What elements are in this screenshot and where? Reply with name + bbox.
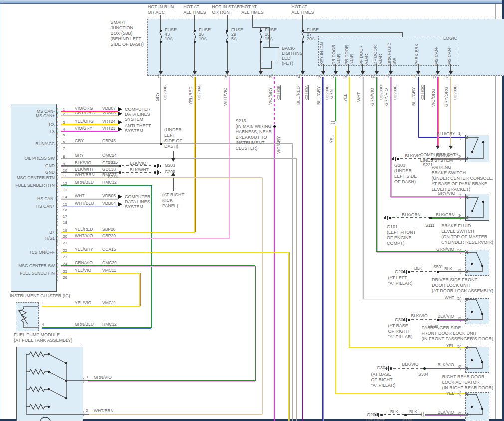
connector-pin: ) [57,140,59,146]
label: 3 [86,375,88,380]
wire-wht_brn [262,178,263,414]
label: 20 [63,234,67,239]
switch-symbol [465,250,489,276]
label: HS CAN- [37,196,55,201]
label: 6 [458,411,460,416]
label: YEL [446,343,454,348]
label: GRY/ORG [75,110,95,115]
wire-blk_vio [411,319,438,320]
label: HOT IN RUN OR ACC [148,4,174,15]
label: 6 [458,316,460,321]
label: G101 (LEFT FRONT OF ENGINE COMPT) [387,224,416,246]
label: C2280B [163,85,168,100]
ground-bar [160,172,161,173]
label: GRN [329,89,334,99]
wire-gry [296,158,297,421]
wire-wht [362,77,364,300]
label: C2280B [276,85,281,100]
wire-yel_gry [61,252,289,253]
wire-gry [160,77,161,144]
splice-dot [437,271,439,273]
label: VIO/ORG [431,89,436,107]
connector-pin: ) [57,162,59,168]
ground-bar [158,171,159,174]
ground-g204 [408,271,410,273]
label: (AT LEFT [366,418,385,421]
label: 2 [458,154,460,159]
ic-title: INSTRUMENT CLUSTER (IC) [10,293,70,299]
label: 3 [63,120,65,125]
label: 25 [63,269,67,274]
label: CBP29 [102,233,116,238]
ground-g200 [154,171,156,174]
arrow-icon [118,127,122,131]
label: RMC32 [102,180,117,185]
label: PR DOOR AJAR [344,45,355,65]
label: FUEL SENDER RTN [15,183,55,188]
connector-pin: ) [57,147,59,152]
label: GND [45,163,55,168]
wire-yel [335,126,336,394]
splice-dot [404,414,407,416]
label: 2 [86,408,88,413]
wire-yel_org [61,124,118,125]
label: BLK/VIO [411,313,427,318]
label: 5 [191,75,193,80]
wire-ln [362,64,363,72]
passenger-door-lock-label: PASSENGER SIDE FRONT DOOR LOCK UNIT (IN … [422,325,493,342]
label: BLK/VIO [437,314,454,319]
wire-wht [61,198,118,200]
splice-dot [119,171,121,174]
label: YEL/RED [75,227,93,232]
label: GD138 [102,167,116,172]
window-left-border [0,0,0,421]
label: FUSE 26 10A [199,28,211,41]
switch-symbol [465,298,489,324]
label: C2280E [393,85,398,100]
label: YEL/VIO [75,268,91,273]
label: 7 [63,146,65,151]
label: 35 [316,75,321,80]
wire-blu_gry [322,77,324,421]
connector-pin: ) [57,249,59,254]
arrow-icon [118,195,122,199]
label: BLK/VIO [437,362,454,367]
label: C2280A [304,85,309,100]
label: MS CAN- [434,47,439,65]
label: VRT23 [102,126,115,131]
wire-ln [160,42,161,72]
label: CMC24 [102,153,117,158]
label: GRY [75,138,84,143]
label: CBP43 [102,138,116,143]
wire-grn_vio [61,265,255,267]
label: 1 [458,213,460,218]
connector-pin: ( [459,344,461,350]
wire-grn_blu [151,185,152,328]
ground-bar [160,165,161,167]
label: CCA15 [102,247,116,252]
wire-blu_red [302,77,303,421]
wire-yel_gry [288,252,290,421]
label: VIO/GRY [75,126,92,131]
connector-pin: ( [459,249,461,254]
label: 14 [370,75,375,80]
label: GRN/VIO [370,88,375,106]
label: VMC11 [102,268,116,273]
fuse-icon [257,29,264,44]
label: BACK- LIGHTING LED (FET) [282,46,303,66]
label: BLU/GRY [437,131,455,136]
ground-g203 [397,158,399,160]
label: BLK/VIO [75,160,91,165]
label: WHT [75,193,84,198]
label: (AT BASE OF RIGHT "A" PILLAR) [388,323,413,340]
connector-pin: ) [57,229,59,234]
label: DF DOOR AJAR [373,45,383,65]
wire-grn_vio [376,77,378,252]
label: GND [45,170,55,175]
wire-grn_vio [255,266,256,381]
label: 18 [63,220,67,225]
label: B+ [49,230,55,235]
ground-bar [158,164,159,167]
wire-yel_vio [42,306,140,307]
label: FUSE 10 15A [265,28,277,41]
